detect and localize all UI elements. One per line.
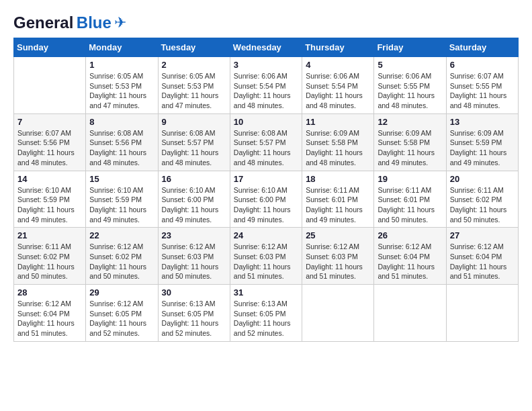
calendar-cell: 20Sunrise: 6:11 AMSunset: 6:02 PMDayligh…: [446, 171, 518, 228]
day-info: Sunrise: 6:09 AMSunset: 5:59 PMDaylight:…: [450, 128, 515, 168]
day-number: 1: [89, 60, 154, 70]
logo-bird-icon: ✈: [114, 14, 126, 32]
day-info: Sunrise: 6:11 AMSunset: 6:02 PMDaylight:…: [450, 185, 515, 225]
calendar-cell: 30Sunrise: 6:13 AMSunset: 6:05 PMDayligh…: [158, 285, 230, 342]
day-info: Sunrise: 6:10 AMSunset: 5:59 PMDaylight:…: [17, 185, 82, 225]
day-number: 26: [378, 230, 442, 240]
calendar-week-row: 14Sunrise: 6:10 AMSunset: 5:59 PMDayligh…: [14, 171, 519, 228]
page-header: General Blue ✈: [13, 13, 519, 32]
day-info: Sunrise: 6:10 AMSunset: 6:00 PMDaylight:…: [162, 185, 226, 225]
calendar-cell: 10Sunrise: 6:08 AMSunset: 5:57 PMDayligh…: [230, 113, 302, 171]
calendar-cell: 18Sunrise: 6:11 AMSunset: 6:01 PMDayligh…: [302, 171, 374, 228]
calendar-week-row: 21Sunrise: 6:11 AMSunset: 6:02 PMDayligh…: [14, 228, 519, 285]
calendar-cell: 23Sunrise: 6:12 AMSunset: 6:03 PMDayligh…: [158, 228, 230, 285]
calendar-cell: 16Sunrise: 6:10 AMSunset: 6:00 PMDayligh…: [158, 171, 230, 228]
calendar-cell: [446, 285, 518, 342]
day-info: Sunrise: 6:05 AMSunset: 5:53 PMDaylight:…: [162, 71, 226, 111]
day-info: Sunrise: 6:07 AMSunset: 5:55 PMDaylight:…: [450, 71, 515, 111]
day-number: 30: [162, 287, 226, 298]
day-info: Sunrise: 6:11 AMSunset: 6:02 PMDaylight:…: [17, 242, 82, 281]
calendar-table: SundayMondayTuesdayWednesdayThursdayFrid…: [13, 38, 519, 342]
calendar-cell: 2Sunrise: 6:05 AMSunset: 5:53 PMDaylight…: [158, 57, 230, 114]
day-number: 4: [306, 60, 370, 70]
day-number: 16: [162, 174, 226, 184]
day-info: Sunrise: 6:06 AMSunset: 5:54 PMDaylight:…: [306, 71, 370, 111]
weekday-header: Saturday: [446, 38, 518, 57]
day-number: 11: [306, 117, 370, 127]
calendar-cell: 14Sunrise: 6:10 AMSunset: 5:59 PMDayligh…: [14, 171, 86, 228]
calendar-week-row: 7Sunrise: 6:07 AMSunset: 5:56 PMDaylight…: [14, 113, 519, 171]
day-number: 28: [17, 287, 82, 298]
day-number: 5: [378, 60, 442, 70]
day-info: Sunrise: 6:09 AMSunset: 5:58 PMDaylight:…: [306, 128, 370, 168]
calendar-cell: 12Sunrise: 6:09 AMSunset: 5:58 PMDayligh…: [374, 113, 446, 171]
day-info: Sunrise: 6:10 AMSunset: 6:00 PMDaylight:…: [234, 185, 298, 225]
calendar-cell: 4Sunrise: 6:06 AMSunset: 5:54 PMDaylight…: [302, 57, 374, 114]
weekday-header: Thursday: [302, 38, 374, 57]
day-number: 10: [234, 117, 298, 127]
calendar-cell: 1Sunrise: 6:05 AMSunset: 5:53 PMDaylight…: [86, 57, 158, 114]
calendar-cell: 24Sunrise: 6:12 AMSunset: 6:03 PMDayligh…: [230, 228, 302, 285]
day-info: Sunrise: 6:12 AMSunset: 6:05 PMDaylight:…: [89, 299, 154, 338]
day-info: Sunrise: 6:11 AMSunset: 6:01 PMDaylight:…: [378, 185, 442, 225]
day-number: 6: [450, 60, 515, 70]
calendar-cell: 9Sunrise: 6:08 AMSunset: 5:57 PMDaylight…: [158, 113, 230, 171]
day-info: Sunrise: 6:12 AMSunset: 6:02 PMDaylight:…: [89, 242, 154, 281]
calendar-cell: 21Sunrise: 6:11 AMSunset: 6:02 PMDayligh…: [14, 228, 86, 285]
weekday-header: Tuesday: [158, 38, 230, 57]
day-info: Sunrise: 6:08 AMSunset: 5:57 PMDaylight:…: [234, 128, 298, 168]
calendar-cell: 8Sunrise: 6:08 AMSunset: 5:56 PMDaylight…: [86, 113, 158, 171]
day-number: 24: [234, 230, 298, 240]
day-number: 15: [89, 174, 154, 184]
day-number: 13: [450, 117, 515, 127]
day-info: Sunrise: 6:12 AMSunset: 6:04 PMDaylight:…: [378, 242, 442, 281]
day-info: Sunrise: 6:13 AMSunset: 6:05 PMDaylight:…: [162, 299, 226, 338]
day-number: 21: [17, 230, 82, 240]
day-info: Sunrise: 6:10 AMSunset: 5:59 PMDaylight:…: [89, 185, 154, 225]
day-number: 23: [162, 230, 226, 240]
day-number: 31: [234, 287, 298, 298]
day-number: 9: [162, 117, 226, 127]
day-info: Sunrise: 6:13 AMSunset: 6:05 PMDaylight:…: [234, 299, 298, 338]
day-number: 22: [89, 230, 154, 240]
calendar-cell: 13Sunrise: 6:09 AMSunset: 5:59 PMDayligh…: [446, 113, 518, 171]
calendar-cell: 26Sunrise: 6:12 AMSunset: 6:04 PMDayligh…: [374, 228, 446, 285]
calendar-cell: [14, 57, 86, 114]
day-info: Sunrise: 6:07 AMSunset: 5:56 PMDaylight:…: [17, 128, 82, 168]
calendar-cell: 19Sunrise: 6:11 AMSunset: 6:01 PMDayligh…: [374, 171, 446, 228]
day-number: 17: [234, 174, 298, 184]
calendar-cell: 27Sunrise: 6:12 AMSunset: 6:04 PMDayligh…: [446, 228, 518, 285]
calendar-cell: 15Sunrise: 6:10 AMSunset: 5:59 PMDayligh…: [86, 171, 158, 228]
day-info: Sunrise: 6:09 AMSunset: 5:58 PMDaylight:…: [378, 128, 442, 168]
day-number: 18: [306, 174, 370, 184]
day-info: Sunrise: 6:12 AMSunset: 6:04 PMDaylight:…: [450, 242, 515, 281]
weekday-header: Friday: [374, 38, 446, 57]
day-info: Sunrise: 6:08 AMSunset: 5:57 PMDaylight:…: [162, 128, 226, 168]
weekday-header: Sunday: [14, 38, 86, 57]
calendar-cell: 6Sunrise: 6:07 AMSunset: 5:55 PMDaylight…: [446, 57, 518, 114]
weekday-header: Monday: [86, 38, 158, 57]
day-number: 19: [378, 174, 442, 184]
calendar-week-row: 1Sunrise: 6:05 AMSunset: 5:53 PMDaylight…: [14, 57, 519, 114]
day-number: 3: [234, 60, 298, 70]
calendar-cell: 17Sunrise: 6:10 AMSunset: 6:00 PMDayligh…: [230, 171, 302, 228]
day-number: 7: [17, 117, 82, 127]
day-number: 20: [450, 174, 515, 184]
calendar-cell: 29Sunrise: 6:12 AMSunset: 6:05 PMDayligh…: [86, 285, 158, 342]
day-number: 29: [89, 287, 154, 298]
day-number: 12: [378, 117, 442, 127]
day-info: Sunrise: 6:11 AMSunset: 6:01 PMDaylight:…: [306, 185, 370, 225]
calendar-cell: 25Sunrise: 6:12 AMSunset: 6:03 PMDayligh…: [302, 228, 374, 285]
calendar-cell: [302, 285, 374, 342]
day-info: Sunrise: 6:12 AMSunset: 6:03 PMDaylight:…: [234, 242, 298, 281]
calendar-cell: [374, 285, 446, 342]
day-info: Sunrise: 6:12 AMSunset: 6:03 PMDaylight:…: [306, 242, 370, 281]
calendar-cell: 11Sunrise: 6:09 AMSunset: 5:58 PMDayligh…: [302, 113, 374, 171]
calendar-cell: 7Sunrise: 6:07 AMSunset: 5:56 PMDaylight…: [14, 113, 86, 171]
calendar-cell: 31Sunrise: 6:13 AMSunset: 6:05 PMDayligh…: [230, 285, 302, 342]
calendar-cell: 22Sunrise: 6:12 AMSunset: 6:02 PMDayligh…: [86, 228, 158, 285]
day-info: Sunrise: 6:06 AMSunset: 5:54 PMDaylight:…: [234, 71, 298, 111]
day-info: Sunrise: 6:08 AMSunset: 5:56 PMDaylight:…: [89, 128, 154, 168]
day-info: Sunrise: 6:12 AMSunset: 6:04 PMDaylight:…: [17, 299, 82, 338]
logo: General Blue ✈: [13, 13, 126, 32]
